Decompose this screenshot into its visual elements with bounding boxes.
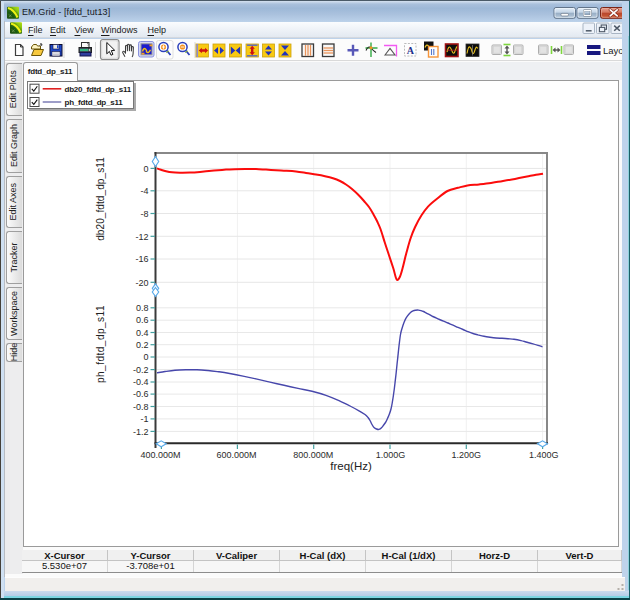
svg-text:Edit Axes: Edit Axes bbox=[9, 182, 19, 220]
svg-text:Edit Graph: Edit Graph bbox=[9, 124, 19, 167]
svg-text:Workspace: Workspace bbox=[9, 291, 19, 336]
svg-text:Tracker: Tracker bbox=[9, 242, 19, 272]
svg-text:Hide: Hide bbox=[9, 343, 19, 362]
svg-text:Edit Plots: Edit Plots bbox=[9, 70, 19, 109]
